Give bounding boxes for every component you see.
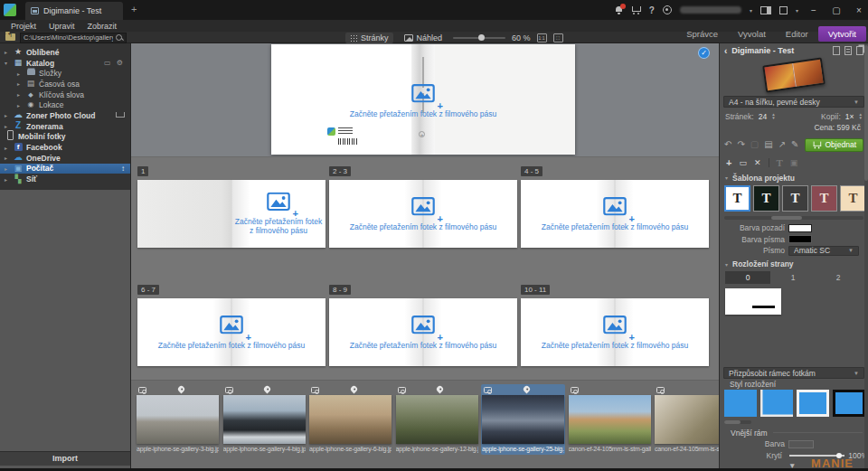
project-template-swatch[interactable]: T	[840, 185, 866, 212]
undo-icon[interactable]: ↶	[724, 139, 731, 150]
user-account-icon[interactable]	[663, 5, 672, 14]
book-spread[interactable]: + Začněte přetažením fotek z filmového p…	[521, 298, 709, 366]
layout-section-header[interactable]: ▾ Rozložení strany	[720, 259, 868, 270]
camera-badge-icon[interactable]	[398, 387, 406, 393]
mode-tab[interactable]: Vytvořit	[818, 26, 866, 42]
gps-badge-icon[interactable]	[436, 385, 445, 394]
close-button[interactable]: ×	[852, 5, 866, 15]
template-scrollbar[interactable]	[724, 216, 863, 220]
mode-tab[interactable]: Správce	[676, 27, 728, 41]
user-menu-caret-icon[interactable]: ▾	[750, 7, 752, 14]
sidebar-item[interactable]: Zoner Photo Cloud	[0, 110, 130, 121]
layout-style-swatch[interactable]	[797, 390, 829, 417]
back-arrow-icon[interactable]: ‹	[724, 46, 727, 56]
expand-arrow-icon[interactable]	[5, 165, 13, 172]
drop-placeholder[interactable]: + Začněte přetažením fotek z filmového p…	[524, 315, 705, 350]
template-section-header[interactable]: ▾ Šablona projektu	[720, 172, 868, 184]
export-icon[interactable]: ↗	[778, 139, 786, 150]
expand-arrow-icon[interactable]	[5, 155, 13, 161]
style-scrollbar[interactable]	[724, 420, 751, 424]
project-template-swatch[interactable]: T	[724, 185, 750, 212]
layout-style-swatch[interactable]	[724, 390, 757, 417]
minimize-button[interactable]: −	[807, 5, 821, 15]
pages-stepper[interactable]: ▲▼	[771, 113, 775, 120]
gps-badge-icon[interactable]	[349, 385, 358, 394]
expand-arrow-icon[interactable]	[5, 145, 13, 151]
sidebar-item[interactable]: Časová osa	[0, 79, 130, 89]
photo-count-tab[interactable]: 1	[770, 271, 816, 284]
copies-stepper[interactable]: ▲▼	[859, 113, 863, 120]
filmstrip-item[interactable]: apple-iphone-se-gallery-25-big.j...	[481, 384, 565, 455]
book-spread[interactable]: + Začněte přetažením fotek z filmového p…	[137, 180, 326, 248]
sidebar-item[interactable]: Oblíbené	[0, 47, 130, 58]
tools-icon[interactable]: ✎	[791, 139, 798, 150]
format-select[interactable]: A4 - na šířku, pevné desky ▼	[723, 96, 864, 108]
folder-icon[interactable]: ▭	[739, 157, 747, 168]
zoom-slider-knob[interactable]	[478, 34, 485, 41]
menu-item[interactable]: Projekt	[5, 22, 42, 31]
app-logo-icon[interactable]	[4, 4, 16, 16]
menu-item[interactable]: Upravit	[42, 22, 81, 31]
photo-count-tab[interactable]: 0	[725, 271, 770, 284]
expand-arrow-icon[interactable]	[17, 91, 25, 98]
frame-color-swatch[interactable]	[788, 440, 814, 448]
sidebar-item[interactable]: Počítač	[0, 164, 130, 174]
book-spread[interactable]: + Začněte přetažením fotek z filmového p…	[329, 298, 517, 366]
rename-project-icon[interactable]	[844, 46, 852, 55]
expand-arrow-icon[interactable]	[5, 176, 13, 183]
add-page-icon[interactable]: +	[726, 157, 731, 168]
new-tab-button[interactable]: +	[131, 5, 137, 14]
print-icon[interactable]: ▤	[764, 139, 772, 150]
drop-placeholder[interactable]: + Začněte přetažením fotek z filmového p…	[141, 315, 322, 350]
sidebar-item[interactable]: Klíčová slova	[0, 89, 130, 100]
camera-badge-icon[interactable]	[138, 387, 146, 393]
preview-doc-icon[interactable]: ▢	[750, 139, 759, 150]
drop-placeholder[interactable]: + Začněte přetažením fotek z filmového p…	[333, 315, 514, 350]
book-cover-spread[interactable]: ● + Začněte přetažením fotek z filmového…	[271, 44, 575, 155]
fit-screen-icon[interactable]: ⛶	[553, 33, 563, 42]
scrollbar-thumb[interactable]	[771, 216, 802, 220]
add-text-icon[interactable]: T	[777, 157, 783, 168]
drop-placeholder[interactable]: + Začněte přetažením fotek z filmového p…	[524, 196, 705, 231]
book-spread[interactable]: + Začněte přetažením fotek z filmového p…	[137, 298, 326, 366]
address-bar[interactable]	[20, 33, 127, 43]
photo-thumbnail[interactable]	[223, 395, 306, 444]
expand-arrow-icon[interactable]	[5, 49, 13, 55]
filmstrip-item[interactable]: apple-iphone-se-gallery-3-big.jpg	[136, 384, 220, 455]
menu-item[interactable]: Zobrazit	[81, 22, 124, 31]
scrollbar-thumb[interactable]	[864, 45, 868, 181]
help-icon[interactable]: ?	[649, 5, 655, 15]
photo-count-tab[interactable]: 2	[816, 271, 861, 284]
font-select[interactable]: Amatic SC ▼	[788, 246, 859, 256]
photo-thumbnail[interactable]	[569, 395, 651, 444]
expand-arrow-icon[interactable]	[17, 71, 25, 77]
book-spread[interactable]: + Začněte přetažením fotek z filmového p…	[329, 180, 517, 248]
camera-badge-icon[interactable]	[656, 387, 665, 393]
sidebar-item[interactable]: Mobilní fotky	[0, 132, 130, 143]
mode-tab[interactable]: Editor	[776, 27, 818, 41]
gps-badge-icon[interactable]	[176, 385, 185, 394]
new-page-icon[interactable]	[833, 46, 840, 55]
layout-panels-icon[interactable]	[760, 6, 771, 14]
sidebar-item[interactable]: Facebook	[0, 142, 130, 153]
drop-placeholder[interactable]: + Začněte přetažením fotek z filmového p…	[234, 192, 323, 236]
project-template-swatch[interactable]: T	[811, 185, 837, 212]
expand-arrow-icon[interactable]	[5, 112, 13, 118]
cover-drop-placeholder[interactable]: + Začněte přetažením fotek z filmového p…	[288, 84, 559, 119]
sidebar-item[interactable]: Síť	[0, 174, 130, 184]
font-color-swatch[interactable]	[788, 235, 812, 243]
gps-badge-icon[interactable]	[522, 385, 531, 394]
filmstrip-item[interactable]: apple-iphone-se-gallery-4-big.jpg	[222, 384, 307, 455]
photo-thumbnail[interactable]	[309, 395, 392, 444]
page-layout-thumbnail[interactable]	[725, 288, 781, 315]
expand-arrow-icon[interactable]	[17, 80, 25, 87]
delete-icon[interactable]: ✕	[754, 157, 761, 168]
scrollbar-thumb[interactable]	[724, 420, 741, 424]
filmstrip-item[interactable]: canon-ef-24-105mm-is-stm-gall...	[568, 384, 652, 455]
filmstrip-item[interactable]: apple-iphone-se-gallery-6-big.jpg	[308, 384, 392, 455]
sidebar-item[interactable]: Katalog	[0, 58, 130, 69]
fit-frame-select[interactable]: Přizpůsobit rámec fotkám ▼	[723, 367, 864, 379]
expand-arrow-icon[interactable]	[5, 123, 13, 129]
zoom-slider[interactable]	[453, 37, 505, 39]
duplicate-pages-icon[interactable]	[856, 46, 863, 55]
